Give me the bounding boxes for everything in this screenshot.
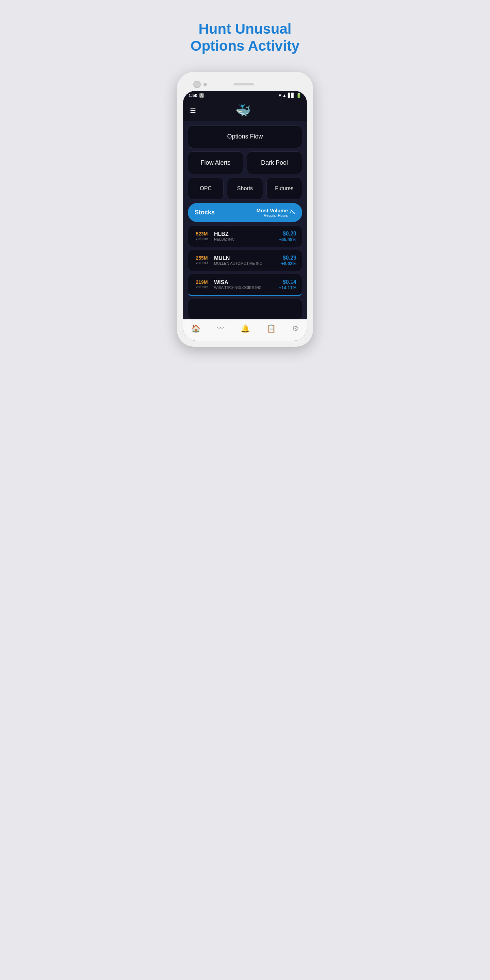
- page-headline: Hunt Unusual Options Activity: [184, 21, 306, 55]
- bottom-nav-home[interactable]: 🏠: [188, 323, 204, 335]
- company-name-wisa: WISA TECHNOLOGIES INC: [214, 285, 262, 290]
- phone-mockup: 1:50 A ▼▲ ▋▋ 🔋 ☰ 🐳 Optio: [177, 72, 313, 347]
- phone-screen: 1:50 A ▼▲ ▋▋ 🔋 ☰ 🐳 Optio: [183, 91, 307, 340]
- stock-right-wisa: $0.14 +14.11%: [279, 279, 296, 290]
- bell-icon: 🔔: [240, 324, 250, 333]
- volume-value-hlbz: 523M: [196, 231, 208, 237]
- camera-dot: [204, 83, 207, 86]
- app-nav-bar: ☰ 🐳: [183, 100, 307, 121]
- ticker-symbol-hlbz: HLBZ: [214, 231, 235, 237]
- notification-icon: A: [199, 93, 204, 98]
- bottom-nav-flow[interactable]: 〰: [213, 323, 228, 335]
- phone-camera-row: [183, 78, 307, 91]
- stock-left-muln: 255M volume MULN MULLEN AUTOMOTIVE INC: [194, 255, 262, 266]
- company-name-hlbz: HELBIZ INC: [214, 237, 235, 241]
- change-wisa: +14.11%: [279, 285, 296, 290]
- dark-pool-button[interactable]: Dark Pool: [247, 151, 302, 174]
- status-bar: 1:50 A ▼▲ ▋▋ 🔋: [183, 91, 307, 100]
- wifi-icon: ▼▲: [278, 93, 286, 98]
- third-button-row: OPC Shorts Futures: [188, 178, 302, 199]
- stocks-header[interactable]: Stocks Most Volume Regular Hours ⛏: [188, 203, 302, 222]
- page-wrapper: Hunt Unusual Options Activity 1:50 A ▼▲: [170, 7, 320, 347]
- filter-text: Most Volume Regular Hours: [256, 208, 288, 218]
- bottom-nav-screener[interactable]: 📋: [263, 323, 279, 335]
- volume-label-muln: volume: [196, 261, 208, 265]
- flow-alerts-button[interactable]: Flow Alerts: [188, 151, 243, 174]
- bottom-nav-settings[interactable]: ⚙: [288, 323, 302, 335]
- change-hlbz: +65.48%: [279, 237, 296, 242]
- stock-card-partial: [188, 299, 302, 319]
- battery-icon: 🔋: [296, 93, 301, 98]
- status-left: 1:50 A: [189, 93, 204, 98]
- screener-icon: 📋: [266, 324, 275, 333]
- home-icon: 🏠: [191, 324, 200, 333]
- ticker-symbol-muln: MULN: [214, 255, 262, 261]
- second-button-row: Flow Alerts Dark Pool: [188, 151, 302, 174]
- price-muln: $0.29: [282, 255, 296, 261]
- time-display: 1:50: [189, 93, 197, 98]
- camera-lens: [193, 81, 201, 88]
- settings-icon: ⚙: [292, 324, 299, 333]
- whale-emoji: 🐳: [235, 103, 251, 118]
- app-logo: 🐳: [235, 103, 251, 118]
- bottom-navigation: 🏠 〰 🔔 📋 ⚙: [183, 319, 307, 340]
- flow-icon: 〰: [217, 324, 224, 333]
- price-hlbz: $0.20: [279, 231, 296, 237]
- opc-button[interactable]: OPC: [188, 178, 224, 199]
- volume-label-wisa: volume: [196, 285, 208, 289]
- volume-value-wisa: 219M: [196, 279, 208, 285]
- stock-card-wisa[interactable]: 219M volume WISA WISA TECHNOLOGIES INC $…: [188, 274, 302, 296]
- filter-icon: ⛏: [290, 209, 295, 215]
- futures-button[interactable]: Futures: [266, 178, 302, 199]
- volume-value-muln: 255M: [196, 255, 208, 261]
- speaker-bar: [234, 83, 254, 86]
- bottom-nav-alerts[interactable]: 🔔: [237, 323, 253, 335]
- volume-col-hlbz: 523M volume: [194, 231, 210, 240]
- stock-card-muln[interactable]: 255M volume MULN MULLEN AUTOMOTIVE INC $…: [188, 250, 302, 271]
- stocks-label: Stocks: [195, 209, 215, 216]
- signal-bars: ▋▋: [288, 93, 295, 98]
- ticker-symbol-wisa: WISA: [214, 279, 262, 285]
- price-wisa: $0.14: [279, 279, 296, 285]
- volume-col-muln: 255M volume: [194, 255, 210, 265]
- options-flow-button[interactable]: Options Flow: [188, 125, 302, 148]
- stock-left-hlbz: 523M volume HLBZ HELBIZ INC: [194, 231, 235, 241]
- volume-col-wisa: 219M volume: [194, 279, 210, 289]
- stock-left-wisa: 219M volume WISA WISA TECHNOLOGIES INC: [194, 279, 262, 290]
- ticker-col-wisa: WISA WISA TECHNOLOGIES INC: [214, 279, 262, 290]
- company-name-muln: MULLEN AUTOMOTIVE INC: [214, 261, 262, 266]
- ticker-col-muln: MULN MULLEN AUTOMOTIVE INC: [214, 255, 262, 266]
- stock-card-hlbz[interactable]: 523M volume HLBZ HELBIZ INC $0.20 +65.48…: [188, 226, 302, 247]
- shorts-button[interactable]: Shorts: [227, 178, 263, 199]
- app-content: Options Flow Flow Alerts Dark Pool OPC S…: [183, 121, 307, 319]
- status-right: ▼▲ ▋▋ 🔋: [278, 93, 301, 98]
- hamburger-menu-icon[interactable]: ☰: [190, 107, 196, 115]
- stocks-filter[interactable]: Most Volume Regular Hours ⛏: [256, 208, 295, 218]
- ticker-col-hlbz: HLBZ HELBIZ INC: [214, 231, 235, 241]
- volume-label-hlbz: volume: [196, 237, 208, 240]
- stock-right-hlbz: $0.20 +65.48%: [279, 231, 296, 242]
- stock-right-muln: $0.29 +8.02%: [282, 255, 296, 266]
- change-muln: +8.02%: [282, 261, 296, 266]
